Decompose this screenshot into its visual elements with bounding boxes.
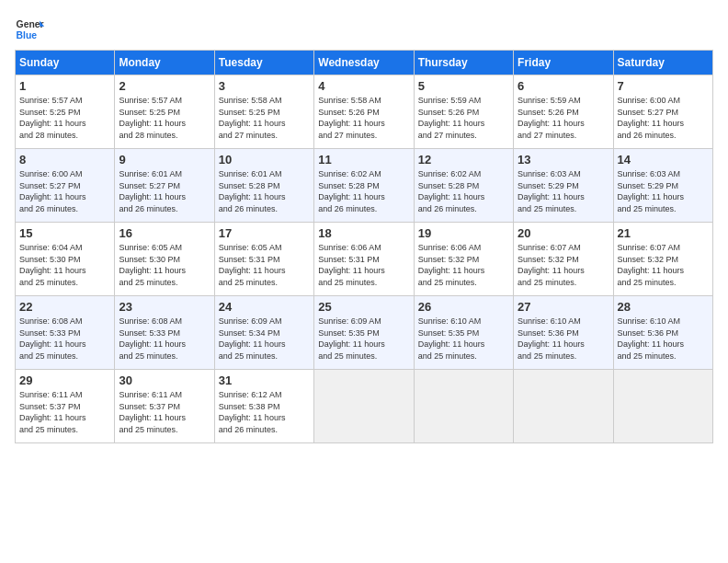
logo-icon: General Blue — [15, 15, 44, 44]
calendar-cell: 16Sunrise: 6:05 AM Sunset: 5:30 PM Dayli… — [115, 223, 214, 296]
day-number: 9 — [119, 153, 210, 167]
logo: General Blue — [15, 15, 44, 44]
day-number: 10 — [219, 153, 310, 167]
day-info: Sunrise: 6:02 AM Sunset: 5:28 PM Dayligh… — [318, 168, 409, 214]
calendar-cell: 15Sunrise: 6:04 AM Sunset: 5:30 PM Dayli… — [16, 223, 115, 296]
weekday-header-wednesday: Wednesday — [314, 51, 414, 75]
day-info: Sunrise: 6:07 AM Sunset: 5:32 PM Dayligh… — [618, 242, 709, 288]
day-info: Sunrise: 6:10 AM Sunset: 5:36 PM Dayligh… — [618, 316, 709, 362]
day-number: 13 — [518, 153, 609, 167]
day-number: 25 — [318, 300, 409, 314]
calendar-cell: 21Sunrise: 6:07 AM Sunset: 5:32 PM Dayli… — [613, 223, 712, 296]
day-number: 21 — [618, 226, 709, 240]
day-number: 12 — [418, 153, 509, 167]
calendar-cell: 5Sunrise: 5:59 AM Sunset: 5:26 PM Daylig… — [414, 75, 513, 149]
calendar-cell: 4Sunrise: 5:58 AM Sunset: 5:26 PM Daylig… — [314, 75, 414, 149]
calendar-cell: 23Sunrise: 6:08 AM Sunset: 5:33 PM Dayli… — [115, 296, 214, 370]
page-header: General Blue — [15, 15, 713, 44]
day-info: Sunrise: 6:11 AM Sunset: 5:37 PM Dayligh… — [119, 389, 210, 435]
day-info: Sunrise: 6:01 AM Sunset: 5:28 PM Dayligh… — [219, 168, 310, 214]
day-number: 7 — [618, 79, 709, 93]
calendar-cell: 12Sunrise: 6:02 AM Sunset: 5:28 PM Dayli… — [414, 149, 513, 223]
calendar-cell: 22Sunrise: 6:08 AM Sunset: 5:33 PM Dayli… — [16, 296, 115, 370]
day-info: Sunrise: 6:08 AM Sunset: 5:33 PM Dayligh… — [19, 316, 110, 362]
day-info: Sunrise: 5:59 AM Sunset: 5:26 PM Dayligh… — [518, 95, 609, 141]
weekday-header-monday: Monday — [115, 51, 214, 75]
day-info: Sunrise: 6:00 AM Sunset: 5:27 PM Dayligh… — [19, 168, 110, 214]
calendar-cell: 26Sunrise: 6:10 AM Sunset: 5:35 PM Dayli… — [414, 296, 513, 370]
calendar-cell: 13Sunrise: 6:03 AM Sunset: 5:29 PM Dayli… — [514, 149, 613, 223]
calendar-cell: 24Sunrise: 6:09 AM Sunset: 5:34 PM Dayli… — [214, 296, 313, 370]
calendar-cell: 11Sunrise: 6:02 AM Sunset: 5:28 PM Dayli… — [314, 149, 414, 223]
day-number: 22 — [19, 300, 110, 314]
day-info: Sunrise: 6:04 AM Sunset: 5:30 PM Dayligh… — [19, 242, 110, 288]
calendar-cell — [414, 370, 513, 443]
day-number: 17 — [219, 226, 310, 240]
calendar-cell: 18Sunrise: 6:06 AM Sunset: 5:31 PM Dayli… — [314, 223, 414, 296]
day-number: 28 — [618, 300, 709, 314]
day-info: Sunrise: 6:06 AM Sunset: 5:31 PM Dayligh… — [318, 242, 409, 288]
day-info: Sunrise: 6:06 AM Sunset: 5:32 PM Dayligh… — [418, 242, 509, 288]
day-info: Sunrise: 6:08 AM Sunset: 5:33 PM Dayligh… — [119, 316, 210, 362]
svg-text:Blue: Blue — [17, 30, 38, 40]
day-info: Sunrise: 5:57 AM Sunset: 5:25 PM Dayligh… — [119, 95, 210, 141]
day-number: 16 — [119, 226, 210, 240]
day-info: Sunrise: 5:57 AM Sunset: 5:25 PM Dayligh… — [19, 95, 110, 141]
day-info: Sunrise: 6:03 AM Sunset: 5:29 PM Dayligh… — [518, 168, 609, 214]
day-number: 2 — [119, 79, 210, 93]
day-info: Sunrise: 6:11 AM Sunset: 5:37 PM Dayligh… — [19, 389, 110, 435]
day-number: 6 — [518, 79, 609, 93]
day-info: Sunrise: 6:09 AM Sunset: 5:34 PM Dayligh… — [219, 316, 310, 362]
day-number: 15 — [19, 226, 110, 240]
day-info: Sunrise: 6:05 AM Sunset: 5:30 PM Dayligh… — [119, 242, 210, 288]
calendar-cell: 20Sunrise: 6:07 AM Sunset: 5:32 PM Dayli… — [514, 223, 613, 296]
day-info: Sunrise: 6:09 AM Sunset: 5:35 PM Dayligh… — [318, 316, 409, 362]
day-info: Sunrise: 6:05 AM Sunset: 5:31 PM Dayligh… — [219, 242, 310, 288]
calendar-cell — [613, 370, 712, 443]
calendar-cell — [314, 370, 414, 443]
day-info: Sunrise: 6:10 AM Sunset: 5:35 PM Dayligh… — [418, 316, 509, 362]
day-number: 20 — [518, 226, 609, 240]
calendar-cell: 10Sunrise: 6:01 AM Sunset: 5:28 PM Dayli… — [214, 149, 313, 223]
day-info: Sunrise: 5:58 AM Sunset: 5:25 PM Dayligh… — [219, 95, 310, 141]
calendar-cell: 3Sunrise: 5:58 AM Sunset: 5:25 PM Daylig… — [214, 75, 313, 149]
day-number: 3 — [219, 79, 310, 93]
day-info: Sunrise: 5:58 AM Sunset: 5:26 PM Dayligh… — [318, 95, 409, 141]
calendar-cell: 30Sunrise: 6:11 AM Sunset: 5:37 PM Dayli… — [115, 370, 214, 443]
day-number: 18 — [318, 226, 409, 240]
day-info: Sunrise: 6:03 AM Sunset: 5:29 PM Dayligh… — [618, 168, 709, 214]
calendar-cell — [514, 370, 613, 443]
calendar-week-row: 8Sunrise: 6:00 AM Sunset: 5:27 PM Daylig… — [16, 149, 713, 223]
calendar-cell: 31Sunrise: 6:12 AM Sunset: 5:38 PM Dayli… — [214, 370, 313, 443]
weekday-header-friday: Friday — [514, 51, 613, 75]
calendar-table: SundayMondayTuesdayWednesdayThursdayFrid… — [15, 50, 713, 443]
calendar-cell: 19Sunrise: 6:06 AM Sunset: 5:32 PM Dayli… — [414, 223, 513, 296]
day-number: 14 — [618, 153, 709, 167]
day-info: Sunrise: 6:00 AM Sunset: 5:27 PM Dayligh… — [618, 95, 709, 141]
day-number: 19 — [418, 226, 509, 240]
weekday-header-thursday: Thursday — [414, 51, 513, 75]
day-info: Sunrise: 6:12 AM Sunset: 5:38 PM Dayligh… — [219, 389, 310, 435]
day-number: 24 — [219, 300, 310, 314]
day-number: 23 — [119, 300, 210, 314]
day-number: 4 — [318, 79, 409, 93]
day-info: Sunrise: 6:02 AM Sunset: 5:28 PM Dayligh… — [418, 168, 509, 214]
day-number: 5 — [418, 79, 509, 93]
day-info: Sunrise: 6:07 AM Sunset: 5:32 PM Dayligh… — [518, 242, 609, 288]
calendar-cell: 2Sunrise: 5:57 AM Sunset: 5:25 PM Daylig… — [115, 75, 214, 149]
calendar-cell: 29Sunrise: 6:11 AM Sunset: 5:37 PM Dayli… — [16, 370, 115, 443]
calendar-cell: 17Sunrise: 6:05 AM Sunset: 5:31 PM Dayli… — [214, 223, 313, 296]
calendar-cell: 1Sunrise: 5:57 AM Sunset: 5:25 PM Daylig… — [16, 75, 115, 149]
day-number: 31 — [219, 373, 310, 387]
calendar-week-row: 15Sunrise: 6:04 AM Sunset: 5:30 PM Dayli… — [16, 223, 713, 296]
day-info: Sunrise: 5:59 AM Sunset: 5:26 PM Dayligh… — [418, 95, 509, 141]
calendar-cell: 9Sunrise: 6:01 AM Sunset: 5:27 PM Daylig… — [115, 149, 214, 223]
day-number: 1 — [19, 79, 110, 93]
day-info: Sunrise: 6:01 AM Sunset: 5:27 PM Dayligh… — [119, 168, 210, 214]
day-number: 29 — [19, 373, 110, 387]
day-number: 8 — [19, 153, 110, 167]
weekday-header-saturday: Saturday — [613, 51, 712, 75]
calendar-week-row: 29Sunrise: 6:11 AM Sunset: 5:37 PM Dayli… — [16, 370, 713, 443]
day-number: 11 — [318, 153, 409, 167]
day-number: 30 — [119, 373, 210, 387]
